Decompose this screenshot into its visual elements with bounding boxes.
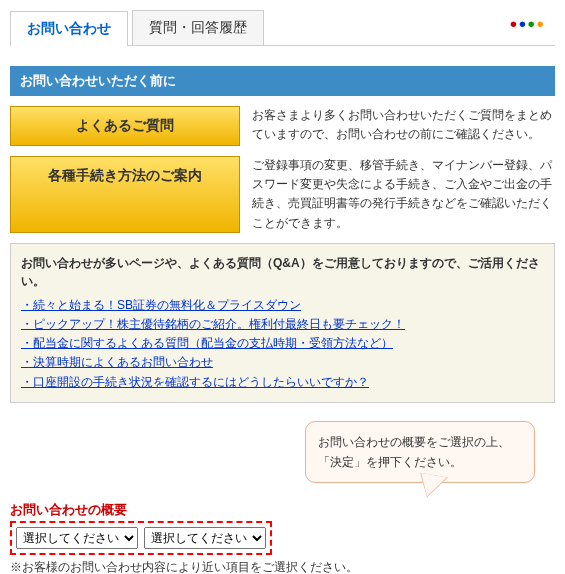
summary-note: ※お客様のお問い合わせ内容により近い項目をご選択ください。 bbox=[10, 559, 555, 574]
tabs: お問い合わせ 質問・回答履歴 ●●●● bbox=[10, 10, 555, 46]
info-links: ・続々と始まる！SB証券の無料化＆プライスダウン ・ピックアップ！株主優待銘柄の… bbox=[21, 296, 544, 392]
tab-inquiry[interactable]: お問い合わせ bbox=[10, 11, 128, 46]
procedures-button[interactable]: 各種手続き方法のご案内 bbox=[10, 156, 240, 233]
category-select-2[interactable]: 選択してください bbox=[144, 527, 266, 549]
faq-button[interactable]: よくあるご質問 bbox=[10, 106, 240, 146]
procedures-description: ご登録事項の変更、移管手続き、マイナンバー登録、パスワード変更や失念による手続き… bbox=[252, 156, 555, 233]
info-title: お問い合わせが多いページや、よくある質問（Q&A）をご用意しておりますので、ご活… bbox=[21, 254, 544, 290]
section-before-inquiry: お問い合わせいただく前に bbox=[10, 66, 555, 96]
info-link[interactable]: ・ピックアップ！株主優待銘柄のご紹介。権利付最終日も要チェック！ bbox=[21, 317, 405, 331]
summary-label: お問い合わせの概要 bbox=[10, 501, 555, 519]
tab-history[interactable]: 質問・回答履歴 bbox=[132, 10, 264, 45]
info-box: お問い合わせが多いページや、よくある質問（Q&A）をご用意しておりますので、ご活… bbox=[10, 243, 555, 403]
info-link[interactable]: ・口座開設の手続き状況を確認するにはどうしたらいいですか？ bbox=[21, 375, 369, 389]
info-link[interactable]: ・配当金に関するよくある質問（配当金の支払時期・受領方法など） bbox=[21, 336, 393, 350]
summary-select-group: 選択してください 選択してください bbox=[10, 521, 272, 555]
info-link[interactable]: ・続々と始まる！SB証券の無料化＆プライスダウン bbox=[21, 298, 301, 312]
info-link[interactable]: ・決算時期によくあるお問い合わせ bbox=[21, 355, 213, 369]
faq-description: お客さまより多くお問い合わせいただくご質問をまとめていますので、お問い合わせの前… bbox=[252, 106, 555, 146]
brand-logo: ●●●● bbox=[510, 16, 545, 31]
category-select-1[interactable]: 選択してください bbox=[16, 527, 138, 549]
